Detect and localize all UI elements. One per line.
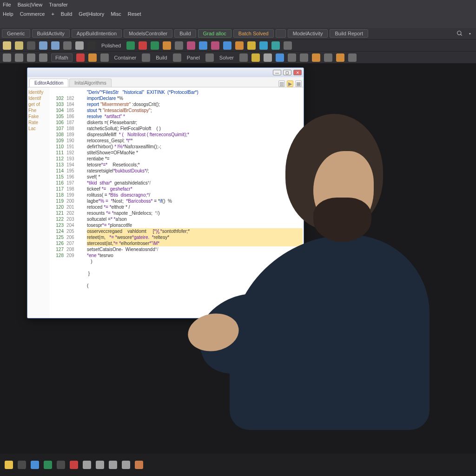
toolbar-icon[interactable] — [271, 41, 280, 50]
menu-item[interactable]: Commerce — [20, 11, 45, 17]
toolbar-label[interactable]: Container — [112, 55, 139, 60]
taskbar-icon[interactable] — [57, 461, 65, 469]
toolbar-icon[interactable] — [15, 53, 23, 62]
toolbar-icon[interactable] — [284, 41, 292, 50]
document-tab[interactable]: Build Report — [330, 29, 368, 38]
toolbar-icon[interactable] — [276, 53, 284, 62]
toolbar-icon[interactable] — [348, 53, 357, 62]
toolbar-icon[interactable] — [205, 53, 214, 62]
settings-icon[interactable]: ▦ — [295, 80, 302, 87]
toolbar-icon[interactable] — [3, 53, 11, 62]
toolbar-icon[interactable] — [3, 41, 11, 50]
menu-item[interactable]: Transfer — [49, 2, 68, 7]
code-area[interactable]: IdentifyIdentifget ofFheFakeRateLac 1021… — [27, 87, 304, 318]
taskbar-icon[interactable] — [83, 461, 91, 469]
document-tab[interactable]: Batch Solved — [233, 29, 274, 38]
toolbar-label[interactable]: Build — [154, 55, 169, 60]
toolbar-icon[interactable] — [27, 41, 35, 50]
window-titlebar[interactable]: — ▢ ✕ — [27, 68, 304, 77]
window-minimize-button[interactable]: — — [273, 70, 281, 75]
taskbar-icon[interactable] — [135, 461, 143, 469]
document-tab[interactable]: BuildActivity — [32, 29, 70, 38]
split-view-icon[interactable]: ▥ — [278, 80, 285, 87]
menu-item[interactable]: Build — [61, 11, 72, 17]
file-tab[interactable]: EditorAddition — [29, 79, 68, 87]
toolbar-icon[interactable] — [247, 41, 256, 50]
window-close-button[interactable]: ✕ — [293, 70, 302, 75]
toolbar-icon[interactable] — [199, 41, 207, 50]
toolbar-icon[interactable] — [336, 53, 344, 62]
toolbar-icon[interactable] — [288, 53, 296, 62]
svg-point-0 — [457, 31, 461, 35]
toolbar-icon[interactable] — [187, 41, 195, 50]
document-tab[interactable]: ModelsController — [124, 29, 172, 38]
document-tab[interactable] — [276, 29, 286, 38]
menu-row-2: HelpCommerce+BuildGet|HistoryMiscReset — [0, 9, 476, 19]
menu-bar: FileBasic|ViewTransfer HelpCommerce+Buil… — [0, 0, 476, 28]
menu-item[interactable]: Reset — [128, 11, 141, 17]
toolbar-icon[interactable] — [63, 41, 72, 50]
toolbar-icon[interactable] — [76, 53, 85, 62]
toolbar-icon[interactable] — [15, 41, 23, 50]
code-text[interactable]: "Deriv"*FilesStr "historical" EXITINK (*… — [86, 87, 304, 318]
taskbar-icon[interactable] — [18, 461, 26, 469]
menu-item[interactable]: File — [3, 2, 11, 7]
taskbar-icon[interactable] — [5, 461, 13, 469]
toolbar-icon[interactable] — [251, 53, 260, 62]
document-tab[interactable]: Generic — [2, 29, 30, 38]
taskbar-icon[interactable] — [96, 461, 104, 469]
run-icon[interactable]: ▶ — [287, 80, 293, 87]
toolbar-icon[interactable] — [151, 41, 159, 50]
search-icon[interactable] — [456, 29, 464, 38]
file-tab[interactable]: InitalAlgorithms — [69, 79, 111, 87]
toolbar-label[interactable]: Panel — [185, 55, 202, 60]
toolbar-icon[interactable] — [211, 41, 219, 50]
toolbar-icon[interactable] — [223, 41, 231, 50]
line-number-gutter: 1021821031841041851051861061871071881081… — [50, 87, 86, 318]
icon-toolbar-primary: Polished — [0, 39, 476, 51]
file-tab-bar: EditorAdditionInitalAlgorithms ▥ ▶ ▦ — [27, 77, 304, 87]
more-icon[interactable]: • — [466, 29, 474, 38]
toolbar-icon[interactable] — [163, 41, 171, 50]
toolbar-icon[interactable] — [75, 41, 84, 50]
os-taskbar — [0, 454, 476, 476]
toolbar-icon[interactable] — [139, 41, 147, 50]
icon-toolbar-secondary: FifathContainerBuildPanelSolver — [0, 51, 476, 63]
document-tab[interactable]: AppBuildIntention — [72, 29, 122, 38]
toolbar-icon[interactable] — [173, 53, 181, 62]
toolbar-icon[interactable] — [88, 53, 97, 62]
toolbar-icon[interactable] — [259, 41, 268, 50]
toolbar-icon[interactable] — [235, 41, 244, 50]
taskbar-icon[interactable] — [122, 461, 130, 469]
toolbar-icon[interactable] — [87, 41, 96, 50]
toolbar-icon[interactable] — [27, 53, 35, 62]
taskbar-icon[interactable] — [44, 461, 52, 469]
document-tab[interactable]: ModelActivity — [288, 29, 328, 38]
toolbar-icon[interactable] — [264, 53, 272, 62]
toolbar-icon[interactable] — [239, 53, 248, 62]
toolbar-icon[interactable] — [324, 53, 332, 62]
toolbar-icon[interactable] — [126, 41, 135, 50]
toolbar-icon[interactable] — [39, 53, 47, 62]
toolbar-icon[interactable] — [142, 53, 150, 62]
document-tab[interactable]: Build — [174, 29, 196, 38]
window-maximize-button[interactable]: ▢ — [283, 70, 291, 75]
document-tab[interactable]: Grad alloc — [198, 29, 231, 38]
toolbar-icon[interactable] — [300, 53, 308, 62]
toolbar-button[interactable]: Fifath — [51, 53, 73, 62]
taskbar-icon[interactable] — [109, 461, 117, 469]
menu-item[interactable]: Help — [3, 11, 13, 17]
toolbar-icon[interactable] — [100, 53, 109, 62]
menu-item[interactable]: Misc — [111, 11, 121, 17]
taskbar-icon[interactable] — [70, 461, 78, 469]
toolbar-icon[interactable] — [312, 53, 320, 62]
toolbar-icon[interactable] — [51, 41, 60, 50]
toolbar-icon[interactable] — [39, 41, 47, 50]
menu-item[interactable]: Basic|View — [18, 2, 42, 7]
menu-item[interactable]: + — [51, 11, 54, 17]
toolbar-icon[interactable] — [175, 41, 183, 50]
menu-item[interactable]: Get|History — [79, 11, 104, 17]
menu-row-1: FileBasic|ViewTransfer — [0, 0, 476, 9]
taskbar-icon[interactable] — [31, 461, 39, 469]
toolbar-label[interactable]: Solver — [218, 55, 236, 60]
